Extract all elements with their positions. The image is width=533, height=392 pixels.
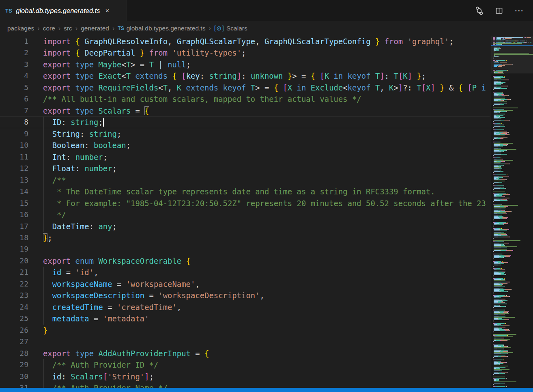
code-line[interactable]: 12 Float: number; bbox=[0, 163, 490, 174]
code-line[interactable]: 25 metadata = 'metadata' bbox=[0, 313, 490, 324]
split-editor-icon[interactable] bbox=[495, 6, 503, 15]
code-token: ; bbox=[186, 60, 191, 69]
code-line[interactable]: 29 /** Auth Provider ID */ bbox=[0, 359, 490, 370]
code-line[interactable]: 20export enum WorkspaceOrderable { bbox=[0, 255, 490, 267]
code-line[interactable]: 6/** All built-in and custom scalars, ma… bbox=[0, 93, 490, 105]
code-token: X bbox=[288, 83, 292, 92]
code-line[interactable]: 3export type Maybe<T> = T | null; bbox=[0, 59, 490, 70]
line-number[interactable]: 25 bbox=[0, 313, 28, 324]
line-number[interactable]: 26 bbox=[0, 325, 28, 336]
line-number[interactable]: 31 bbox=[0, 382, 28, 388]
code-text: Float: number; bbox=[43, 163, 117, 174]
code-token: ] bbox=[237, 71, 241, 80]
code-line[interactable]: 18}; bbox=[0, 232, 490, 243]
line-number[interactable]: 17 bbox=[0, 221, 28, 232]
code-token: < bbox=[121, 60, 126, 69]
line-number[interactable]: 23 bbox=[0, 290, 28, 301]
line-number[interactable]: 30 bbox=[0, 371, 28, 382]
code-token: } bbox=[375, 37, 380, 46]
line-number[interactable]: 8 bbox=[0, 116, 28, 128]
minimap[interactable] bbox=[491, 36, 533, 388]
code-line[interactable]: 30 id: Scalars['String']; bbox=[0, 371, 490, 382]
code-line[interactable]: 8 ID: string; bbox=[0, 116, 490, 128]
line-number[interactable]: 7 bbox=[0, 105, 28, 116]
code-token: ID bbox=[43, 118, 62, 127]
code-line[interactable]: 4export type Exact<T extends { [key: str… bbox=[0, 70, 490, 82]
code-token bbox=[315, 71, 320, 80]
code-text: Int: number; bbox=[43, 151, 107, 163]
code-line[interactable]: 15 * For example: "1985-04-12T23:20:50.5… bbox=[0, 198, 490, 209]
code-token: [ bbox=[467, 83, 472, 92]
line-number[interactable]: 15 bbox=[0, 198, 28, 209]
more-actions-icon[interactable]: ⋯ bbox=[514, 6, 524, 15]
line-number[interactable]: 1 bbox=[0, 36, 28, 47]
line-number[interactable]: 3 bbox=[0, 59, 28, 70]
code-line[interactable]: 23 workspaceDescription = 'workspaceDesc… bbox=[0, 290, 490, 301]
code-line[interactable]: 22 workspaceName = 'workspaceName', bbox=[0, 278, 490, 290]
line-number[interactable]: 29 bbox=[0, 359, 28, 370]
code-line[interactable]: 17 DateTime: any; bbox=[0, 221, 490, 232]
line-number[interactable]: 4 bbox=[0, 70, 28, 82]
code-line[interactable]: 2import { DeepPartial } from 'utility-ty… bbox=[0, 47, 490, 58]
code-line[interactable]: 5export type RequireFields<T, K extends … bbox=[0, 82, 490, 93]
code-area[interactable]: 1import { GraphQLResolveInfo, GraphQLSca… bbox=[0, 36, 490, 388]
line-number[interactable]: 24 bbox=[0, 302, 28, 313]
code-line[interactable]: 9 String: string; bbox=[0, 128, 490, 140]
minimap-slider[interactable] bbox=[491, 36, 533, 73]
line-number[interactable]: 16 bbox=[0, 209, 28, 220]
code-line[interactable]: 14 * The DateTime scalar type represents… bbox=[0, 186, 490, 197]
breadcrumb-item-symbol[interactable]: Scalars bbox=[226, 25, 247, 32]
line-number[interactable]: 27 bbox=[0, 336, 28, 347]
code-text: import { DeepPartial } from 'utility-typ… bbox=[43, 47, 246, 58]
line-number[interactable]: 11 bbox=[0, 151, 28, 163]
code-token: string bbox=[209, 71, 237, 80]
compare-changes-icon[interactable] bbox=[475, 6, 484, 15]
line-number[interactable]: 19 bbox=[0, 243, 28, 255]
code-token: /** Auth Provider Name */ bbox=[43, 383, 168, 388]
line-number[interactable]: 21 bbox=[0, 267, 28, 278]
code-token: * For example: "1985-04-12T23:20:50.52Z"… bbox=[43, 199, 486, 208]
code-token: 'createdTime' bbox=[117, 303, 177, 312]
line-number[interactable]: 22 bbox=[0, 278, 28, 290]
code-line[interactable]: 11 Int: number; bbox=[0, 151, 490, 163]
code-line[interactable]: 19 bbox=[0, 243, 490, 255]
breadcrumb-item-file[interactable]: global.db.types.generated.ts bbox=[127, 25, 206, 32]
line-number[interactable]: 9 bbox=[0, 128, 28, 140]
line-number[interactable]: 6 bbox=[0, 93, 28, 105]
code-token: , bbox=[168, 83, 177, 92]
line-number[interactable]: 18 bbox=[0, 232, 28, 243]
code-line[interactable]: 10 Boolean: boolean; bbox=[0, 140, 490, 151]
line-number[interactable]: 12 bbox=[0, 163, 28, 174]
code-line[interactable]: 1import { GraphQLResolveInfo, GraphQLSca… bbox=[0, 36, 490, 47]
breadcrumb-item-generated[interactable]: generated bbox=[81, 25, 109, 32]
code-line[interactable]: 7export type Scalars = { bbox=[0, 105, 490, 116]
code-text: workspaceName = 'workspaceName', bbox=[43, 278, 200, 290]
breadcrumb-item-core[interactable]: core bbox=[43, 25, 55, 32]
tab-global-db-types-generated[interactable]: TS global.db.types.generated.ts × bbox=[0, 0, 127, 21]
line-number[interactable]: 2 bbox=[0, 47, 28, 58]
code-token: = bbox=[112, 280, 126, 289]
code-token: number bbox=[75, 153, 103, 162]
code-line[interactable]: 13 /** bbox=[0, 174, 490, 186]
code-token bbox=[181, 256, 186, 265]
line-number[interactable]: 13 bbox=[0, 174, 28, 186]
line-number[interactable]: 14 bbox=[0, 186, 28, 197]
code-token: /** Auth Provider ID */ bbox=[43, 360, 158, 369]
code-line[interactable]: 31 /** Auth Provider Name */ bbox=[0, 382, 490, 388]
code-token: } bbox=[417, 71, 421, 80]
line-number[interactable]: 10 bbox=[0, 140, 28, 151]
breadcrumb-item-src[interactable]: src bbox=[64, 25, 72, 32]
code-line[interactable]: 24 createdTime = 'createdTime', bbox=[0, 302, 490, 313]
code-line[interactable]: 26} bbox=[0, 325, 490, 336]
code-token: from bbox=[380, 37, 403, 46]
code-line[interactable]: 21 id = 'id', bbox=[0, 267, 490, 278]
code-line[interactable]: 16 */ bbox=[0, 209, 490, 220]
code-line[interactable]: 27 bbox=[0, 336, 490, 347]
code-line[interactable]: 28export type AddAuthProviderInput = { bbox=[0, 348, 490, 359]
line-number[interactable]: 20 bbox=[0, 255, 28, 267]
close-tab-icon[interactable]: × bbox=[105, 7, 110, 14]
breadcrumb-item-packages[interactable]: packages bbox=[7, 25, 34, 32]
line-number[interactable]: 5 bbox=[0, 82, 28, 93]
code-text: ID: string; bbox=[43, 116, 104, 128]
line-number[interactable]: 28 bbox=[0, 348, 28, 359]
